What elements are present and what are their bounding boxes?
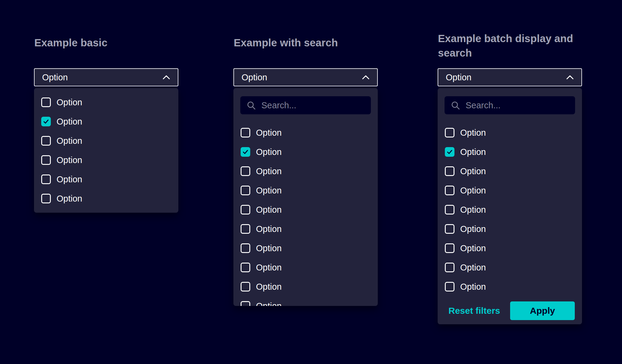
checkbox[interactable]	[241, 282, 250, 292]
option-row[interactable]: Option	[233, 142, 378, 162]
option-label: Option	[460, 243, 486, 253]
option-label: Option	[57, 97, 82, 107]
option-row[interactable]: Option	[233, 277, 378, 296]
dropdown-trigger[interactable]: Option	[34, 68, 178, 86]
checkbox[interactable]	[241, 205, 250, 214]
option-row[interactable]: Option	[34, 112, 178, 131]
option-row[interactable]: Option	[438, 239, 582, 258]
reset-filters-button[interactable]: Reset filters	[448, 306, 500, 316]
option-row[interactable]: Option	[438, 200, 582, 219]
chevron-up-icon	[566, 75, 574, 80]
checkbox[interactable]	[445, 243, 454, 253]
option-label: Option	[256, 263, 282, 273]
section-title: Example basic	[34, 35, 179, 50]
checkbox[interactable]	[445, 205, 454, 214]
panel-footer: Reset filters Apply	[438, 301, 582, 320]
checkbox[interactable]	[241, 147, 250, 157]
checkbox[interactable]	[241, 224, 250, 234]
option-label: Option	[460, 128, 486, 138]
search-field[interactable]	[445, 96, 575, 114]
option-row[interactable]: Option	[34, 131, 178, 150]
search-icon	[247, 101, 256, 110]
option-row[interactable]: Option	[438, 123, 582, 142]
search-input[interactable]	[261, 100, 365, 111]
dropdown-selected-value: Option	[446, 72, 471, 82]
option-row[interactable]: Option	[438, 142, 582, 162]
checkbox[interactable]	[41, 97, 51, 107]
option-label: Option	[460, 147, 486, 157]
option-label: Option	[256, 224, 282, 234]
option-label: Option	[460, 224, 486, 234]
search-input[interactable]	[465, 100, 569, 111]
option-row[interactable]: Option	[34, 189, 178, 208]
option-label: Option	[256, 205, 282, 215]
option-row[interactable]: Option	[438, 181, 582, 200]
checkbox[interactable]	[241, 186, 250, 195]
option-row[interactable]: Option	[233, 200, 378, 219]
option-row[interactable]: Option	[438, 258, 582, 277]
checkbox[interactable]	[445, 128, 454, 137]
option-row[interactable]: Option	[233, 123, 378, 142]
checkbox[interactable]	[445, 147, 454, 157]
option-label: Option	[460, 186, 486, 196]
chevron-up-icon	[362, 75, 370, 80]
options-list: Option Option Option	[233, 123, 378, 306]
option-row[interactable]: Option	[233, 219, 378, 239]
option-row[interactable]: Option	[34, 170, 178, 189]
checkbox[interactable]	[241, 166, 250, 176]
option-row[interactable]: Option	[34, 93, 178, 112]
checkbox[interactable]	[41, 155, 51, 165]
option-row[interactable]: Option	[438, 219, 582, 239]
option-label: Option	[57, 117, 82, 127]
options-list: Option Option Option	[34, 93, 178, 208]
search-icon	[451, 101, 460, 110]
checkbox[interactable]	[241, 243, 250, 253]
checkbox[interactable]	[41, 136, 51, 146]
checkbox[interactable]	[445, 166, 454, 176]
option-label: Option	[57, 136, 82, 146]
option-row[interactable]: Option	[233, 258, 378, 277]
option-label: Option	[460, 282, 486, 292]
option-label: Option	[256, 166, 282, 176]
search-field[interactable]	[240, 96, 371, 114]
checkmark-icon	[242, 149, 249, 155]
option-label: Option	[460, 166, 486, 176]
apply-button[interactable]: Apply	[510, 301, 575, 320]
section-title: Example batch display and search	[438, 31, 582, 60]
option-label: Option	[57, 155, 82, 165]
option-row[interactable]: Option	[233, 162, 378, 181]
checkbox[interactable]	[241, 301, 250, 306]
checkbox[interactable]	[241, 128, 250, 137]
option-row[interactable]: Option	[438, 277, 582, 296]
option-row[interactable]: Option	[233, 296, 378, 306]
checkmark-icon	[43, 118, 49, 125]
option-row[interactable]: Option	[233, 181, 378, 200]
option-label: Option	[57, 194, 82, 204]
dropdown-selected-value: Option	[242, 72, 267, 82]
checkbox[interactable]	[41, 117, 51, 126]
dropdown-panel: Option Option Option	[438, 88, 582, 324]
checkbox[interactable]	[241, 263, 250, 272]
checkbox[interactable]	[445, 263, 454, 272]
dropdown-panel: Option Option Option	[34, 88, 178, 213]
dropdown-panel: Option Option Option	[233, 88, 378, 306]
chevron-up-icon	[162, 75, 170, 80]
option-row[interactable]: Option	[233, 239, 378, 258]
dropdown-trigger[interactable]: Option	[233, 68, 378, 86]
option-row[interactable]: Option	[34, 150, 178, 170]
checkbox[interactable]	[41, 194, 51, 203]
checkbox[interactable]	[445, 282, 454, 292]
checkbox[interactable]	[445, 186, 454, 195]
options-list: Option Option Option	[438, 123, 582, 296]
dropdown-trigger[interactable]: Option	[438, 68, 582, 86]
checkbox[interactable]	[41, 174, 51, 184]
checkbox[interactable]	[445, 224, 454, 234]
option-label: Option	[256, 186, 282, 196]
option-label: Option	[256, 282, 282, 292]
section-title: Example with search	[234, 35, 378, 50]
option-row[interactable]: Option	[438, 162, 582, 181]
option-label: Option	[460, 205, 486, 215]
option-label: Option	[256, 128, 282, 138]
dropdown-selected-value: Option	[42, 72, 68, 82]
checkmark-icon	[446, 149, 453, 155]
